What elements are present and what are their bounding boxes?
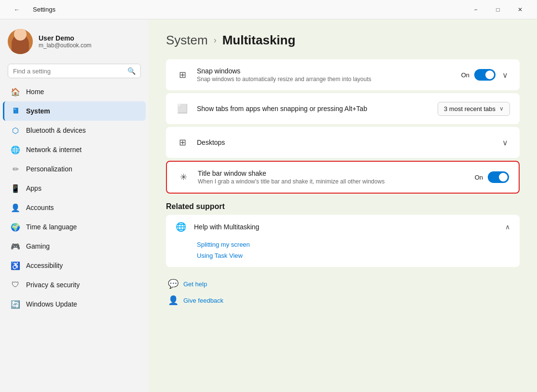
user-info: User Demo m_lab@outlook.com bbox=[39, 34, 92, 49]
main-content: System › Multitasking ⊞ Snap windows Sna… bbox=[149, 19, 537, 392]
personalization-label: Personalization bbox=[26, 165, 72, 173]
setting-desc-title-bar-shake: When I grab a window's title bar and sha… bbox=[198, 178, 467, 185]
sidebar-item-accounts[interactable]: 👤 Accounts bbox=[3, 198, 146, 217]
titlebar-title: Settings bbox=[33, 6, 55, 13]
footer-links: 💬 Get help 👤 Give feedback bbox=[166, 279, 520, 306]
accessibility-icon: ♿ bbox=[11, 261, 20, 270]
setting-row-snap-windows: ⊞ Snap windows Snap windows to automatic… bbox=[166, 59, 520, 90]
get-help-row[interactable]: 💬 Get help bbox=[168, 279, 520, 289]
control-title-bar-shake: On bbox=[475, 171, 509, 183]
setting-text-snap-windows: Snap windows Snap windows to automatical… bbox=[197, 67, 454, 83]
give-feedback-icon: 👤 bbox=[168, 295, 179, 306]
setting-icon-title-bar-shake: ✳ bbox=[177, 170, 190, 184]
home-icon: 🏠 bbox=[11, 87, 20, 97]
related-support-title: Related support bbox=[166, 202, 520, 211]
apps-label: Apps bbox=[26, 184, 41, 192]
sidebar-item-home[interactable]: 🏠 Home bbox=[3, 82, 146, 101]
network-label: Network & internet bbox=[26, 146, 82, 154]
breadcrumb-arrow: › bbox=[214, 35, 217, 45]
help-chevron-icon: ∧ bbox=[505, 223, 510, 231]
setting-label-snap-windows: Snap windows bbox=[197, 67, 454, 75]
help-link-taskview[interactable]: Using Task View bbox=[197, 252, 510, 259]
give-feedback-link[interactable]: Give feedback bbox=[183, 297, 223, 304]
sidebar-item-apps[interactable]: 📱 Apps bbox=[3, 179, 146, 198]
app-body: User Demo m_lab@outlook.com 🔍 🏠 Home 🖥 S… bbox=[0, 19, 537, 392]
settings-cards: ⊞ Snap windows Snap windows to automatic… bbox=[166, 59, 520, 194]
page-header: System › Multitasking bbox=[166, 33, 520, 48]
sidebar-item-network[interactable]: 🌐 Network & internet bbox=[3, 140, 146, 159]
avatar bbox=[8, 29, 33, 54]
on-label-title-bar-shake: On bbox=[475, 174, 483, 181]
network-icon: 🌐 bbox=[11, 145, 20, 154]
dropdown-show-tabs[interactable]: 3 most recent tabs ∨ bbox=[438, 102, 510, 116]
get-help-icon: 💬 bbox=[168, 279, 179, 289]
bluetooth-label: Bluetooth & devices bbox=[26, 126, 86, 134]
time-icon: 🌍 bbox=[11, 222, 20, 232]
setting-icon-desktops: ⊞ bbox=[176, 136, 189, 149]
gaming-label: Gaming bbox=[26, 242, 50, 250]
setting-label-show-tabs: Show tabs from apps when snapping or pre… bbox=[197, 105, 430, 112]
toggle-title-bar-shake[interactable] bbox=[488, 171, 509, 183]
setting-icon-snap-windows: ⊞ bbox=[176, 68, 189, 82]
sidebar-item-personalization[interactable]: ✏ Personalization bbox=[3, 159, 146, 179]
sidebar-item-time[interactable]: 🌍 Time & language bbox=[3, 217, 146, 237]
home-label: Home bbox=[26, 88, 44, 96]
chevron-btn-desktops[interactable]: ∨ bbox=[500, 136, 510, 149]
bluetooth-icon: ⬡ bbox=[11, 126, 20, 135]
setting-row-title-bar-shake: ✳ Title bar window shake When I grab a w… bbox=[167, 162, 519, 193]
setting-label-desktops: Desktops bbox=[197, 139, 493, 146]
sidebar-item-privacy[interactable]: 🛡 Privacy & security bbox=[3, 275, 146, 294]
setting-desc-snap-windows: Snap windows to automatically resize and… bbox=[197, 76, 454, 83]
update-icon: 🔄 bbox=[11, 299, 20, 309]
help-icon: 🌐 bbox=[176, 222, 186, 232]
give-feedback-row[interactable]: 👤 Give feedback bbox=[168, 295, 520, 306]
dropdown-value-show-tabs: 3 most recent tabs bbox=[444, 105, 496, 112]
minimize-button[interactable]: − bbox=[465, 0, 487, 19]
get-help-link[interactable]: Get help bbox=[183, 280, 207, 288]
privacy-label: Privacy & security bbox=[26, 281, 80, 289]
breadcrumb: System bbox=[166, 33, 208, 48]
on-label-snap-windows: On bbox=[461, 71, 469, 79]
titlebar-controls: − □ ✕ bbox=[465, 0, 531, 19]
personalization-icon: ✏ bbox=[11, 164, 20, 174]
help-links: Splitting my screen Using Task View bbox=[166, 239, 520, 267]
setting-card-snap-windows: ⊞ Snap windows Snap windows to automatic… bbox=[166, 59, 520, 90]
time-label: Time & language bbox=[26, 223, 77, 231]
setting-text-show-tabs: Show tabs from apps when snapping or pre… bbox=[197, 105, 430, 112]
dropdown-arrow-show-tabs: ∨ bbox=[499, 105, 504, 112]
control-desktops: ∨ bbox=[500, 136, 510, 149]
chevron-btn-snap-windows[interactable]: ∨ bbox=[500, 69, 510, 82]
help-link-split[interactable]: Splitting my screen bbox=[197, 241, 510, 248]
sidebar: User Demo m_lab@outlook.com 🔍 🏠 Home 🖥 S… bbox=[0, 19, 149, 392]
maximize-button[interactable]: □ bbox=[487, 0, 509, 19]
close-button[interactable]: ✕ bbox=[509, 0, 531, 19]
page-title: Multitasking bbox=[222, 33, 296, 48]
setting-icon-show-tabs: ⬜ bbox=[176, 102, 189, 115]
help-row[interactable]: 🌐 Help with Multitasking ∧ bbox=[166, 215, 520, 239]
apps-icon: 📱 bbox=[11, 183, 20, 193]
setting-row-desktops: ⊞ Desktops ∨ bbox=[166, 127, 520, 158]
search-box[interactable]: 🔍 bbox=[8, 64, 141, 78]
update-label: Windows Update bbox=[26, 300, 77, 308]
search-input[interactable] bbox=[13, 68, 124, 75]
search-icon: 🔍 bbox=[127, 67, 136, 75]
sidebar-item-update[interactable]: 🔄 Windows Update bbox=[3, 294, 146, 314]
setting-text-title-bar-shake: Title bar window shake When I grab a win… bbox=[198, 169, 467, 185]
sidebar-item-bluetooth[interactable]: ⬡ Bluetooth & devices bbox=[3, 121, 146, 140]
back-button[interactable]: ← bbox=[6, 0, 28, 19]
help-card: 🌐 Help with Multitasking ∧ Splitting my … bbox=[166, 215, 520, 267]
accounts-label: Accounts bbox=[26, 204, 54, 211]
setting-row-show-tabs: ⬜ Show tabs from apps when snapping or p… bbox=[166, 93, 520, 124]
sidebar-item-gaming[interactable]: 🎮 Gaming bbox=[3, 237, 146, 256]
system-icon: 🖥 bbox=[11, 106, 20, 116]
gaming-icon: 🎮 bbox=[11, 241, 20, 251]
control-snap-windows: On ∨ bbox=[461, 69, 510, 82]
setting-card-desktops: ⊞ Desktops ∨ bbox=[166, 127, 520, 158]
accounts-icon: 👤 bbox=[11, 203, 20, 212]
toggle-snap-windows[interactable] bbox=[474, 69, 496, 81]
sidebar-item-system[interactable]: 🖥 System bbox=[3, 101, 146, 121]
user-profile: User Demo m_lab@outlook.com bbox=[0, 19, 149, 62]
sidebar-item-accessibility[interactable]: ♿ Accessibility bbox=[3, 256, 146, 275]
setting-card-show-tabs: ⬜ Show tabs from apps when snapping or p… bbox=[166, 93, 520, 124]
titlebar-left: ← Settings bbox=[6, 0, 55, 19]
